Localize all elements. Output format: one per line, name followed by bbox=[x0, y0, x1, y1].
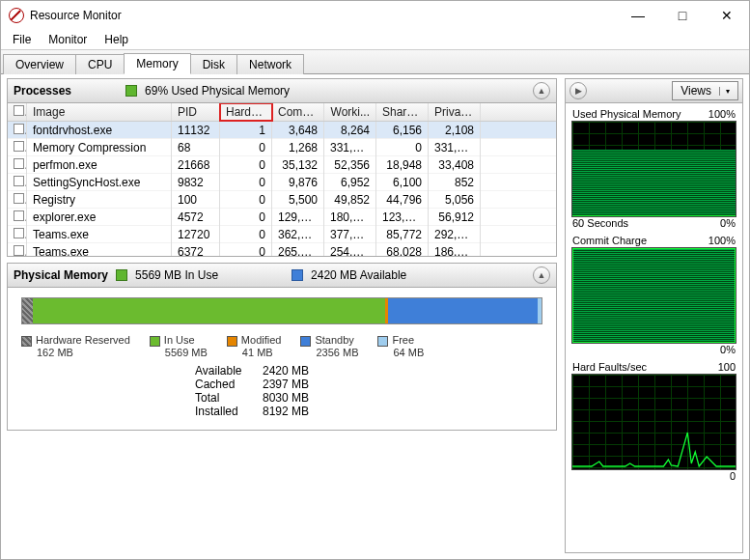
row-checkbox[interactable] bbox=[14, 245, 24, 256]
processes-thead: Image PID Hard F... Commi... Worki... Sh… bbox=[8, 103, 556, 122]
cell-private: 331,692 bbox=[429, 139, 481, 156]
cell-private: 186,692 bbox=[429, 243, 481, 257]
cell-share: 0 bbox=[376, 139, 429, 156]
cell-image: Registry bbox=[27, 191, 172, 209]
cell-working: 331,692 bbox=[324, 139, 376, 156]
chart-hard-faults: Hard Faults/sec100 0 bbox=[571, 360, 736, 485]
cell-commit: 9,876 bbox=[272, 174, 324, 191]
processes-collapse-icon[interactable]: ▲ bbox=[533, 82, 550, 99]
cell-working: 6,952 bbox=[324, 174, 376, 191]
cell-share: 18,948 bbox=[376, 156, 429, 174]
cell-share: 123,600 bbox=[376, 209, 429, 226]
col-commit[interactable]: Commi... bbox=[272, 103, 324, 121]
cell-pid: 4572 bbox=[172, 209, 220, 226]
cell-private: 2,108 bbox=[429, 122, 481, 139]
views-dropdown-icon[interactable]: ▾ bbox=[719, 87, 730, 96]
inuse-swatch bbox=[116, 269, 127, 281]
close-button[interactable]: ✕ bbox=[705, 1, 749, 30]
row-checkbox[interactable] bbox=[14, 141, 24, 152]
tab-memory[interactable]: Memory bbox=[124, 53, 190, 74]
menu-monitor[interactable]: Monitor bbox=[41, 31, 95, 48]
table-row[interactable]: fontdrvhost.exe1113213,6488,2646,1562,10… bbox=[8, 122, 556, 139]
tab-network[interactable]: Network bbox=[236, 54, 304, 74]
cell-pid: 100 bbox=[172, 191, 220, 209]
processes-title: Processes bbox=[14, 84, 71, 98]
menu-file[interactable]: File bbox=[5, 31, 39, 48]
col-hard-faults[interactable]: Hard F... bbox=[220, 103, 272, 121]
col-working[interactable]: Worki... bbox=[324, 103, 376, 121]
legend-standby: Standby 2356 MB bbox=[300, 334, 358, 358]
cell-share: 6,156 bbox=[376, 122, 429, 139]
segment-in-use bbox=[33, 298, 386, 323]
physical-memory-collapse-icon[interactable]: ▲ bbox=[533, 266, 550, 284]
row-checkbox[interactable] bbox=[14, 124, 24, 134]
cell-commit: 35,132 bbox=[272, 156, 324, 174]
row-checkbox[interactable] bbox=[14, 193, 24, 204]
cell-working: 254,720 bbox=[324, 243, 376, 257]
used-memory-label: 69% Used Physical Memory bbox=[145, 84, 290, 98]
processes-table: Image PID Hard F... Commi... Worki... Sh… bbox=[7, 103, 557, 257]
select-all-checkbox[interactable] bbox=[14, 105, 24, 116]
row-checkbox[interactable] bbox=[14, 210, 24, 221]
window-title: Resource Monitor bbox=[30, 9, 616, 22]
table-row[interactable]: Registry10005,50049,85244,7965,056 bbox=[8, 191, 556, 209]
views-label: Views bbox=[681, 84, 711, 98]
processes-tbody[interactable]: fontdrvhost.exe1113213,6488,2646,1562,10… bbox=[8, 122, 556, 256]
available-swatch bbox=[292, 269, 303, 281]
cell-commit: 1,268 bbox=[272, 139, 324, 156]
cell-working: 52,356 bbox=[324, 156, 376, 174]
cell-commit: 3,648 bbox=[272, 122, 324, 139]
cell-share: 85,772 bbox=[376, 226, 429, 243]
minimize-button[interactable]: — bbox=[616, 1, 660, 30]
col-pid[interactable]: PID bbox=[172, 103, 220, 121]
legend-row: Hardware Reserved 162 MB In Use 5569 MB … bbox=[21, 334, 542, 358]
col-private[interactable]: Private ... bbox=[429, 103, 481, 121]
processes-header[interactable]: Processes 69% Used Physical Memory ▲ bbox=[7, 78, 557, 103]
cell-image: explorer.exe bbox=[27, 209, 172, 226]
table-row[interactable]: Teams.exe127200362,532377,81285,772292,0… bbox=[8, 226, 556, 243]
memory-summary: Available2420 MB Cached 2397 MB Total 80… bbox=[195, 364, 542, 418]
table-row[interactable]: SettingSyncHost.exe983209,8766,9526,1008… bbox=[8, 174, 556, 191]
cell-private: 33,408 bbox=[429, 156, 481, 174]
tab-disk[interactable]: Disk bbox=[190, 54, 237, 74]
table-row[interactable]: Teams.exe63720265,284254,72068,028186,69… bbox=[8, 243, 556, 256]
row-checkbox[interactable] bbox=[14, 228, 24, 238]
row-checkbox[interactable] bbox=[14, 176, 24, 186]
chart-used-physical-memory: Used Physical Memory100% 60 Seconds0% bbox=[571, 107, 736, 232]
resource-monitor-window: Resource Monitor — □ ✕ File Monitor Help… bbox=[0, 0, 750, 560]
tab-cpu[interactable]: CPU bbox=[75, 54, 125, 74]
cell-pid: 11132 bbox=[172, 122, 220, 139]
row-checkbox[interactable] bbox=[14, 158, 24, 169]
cell-share: 6,100 bbox=[376, 174, 429, 191]
col-check[interactable] bbox=[8, 103, 27, 121]
used-memory-swatch bbox=[125, 85, 137, 97]
charts-container: Used Physical Memory100% 60 Seconds0% Co… bbox=[565, 103, 743, 553]
table-row[interactable]: Memory Compression6801,268331,6920331,69… bbox=[8, 139, 556, 156]
cell-image: perfmon.exe bbox=[27, 156, 172, 174]
menu-help[interactable]: Help bbox=[97, 31, 136, 48]
cell-commit: 5,500 bbox=[272, 191, 324, 209]
physical-memory-title: Physical Memory bbox=[14, 268, 108, 282]
col-image[interactable]: Image bbox=[27, 103, 172, 121]
cell-share: 68,028 bbox=[376, 243, 429, 257]
legend-hardware: Hardware Reserved 162 MB bbox=[21, 334, 130, 358]
cell-pid: 21668 bbox=[172, 156, 220, 174]
cell-pid: 6372 bbox=[172, 243, 220, 257]
views-button[interactable]: Views ▾ bbox=[672, 81, 738, 100]
cell-commit: 265,284 bbox=[272, 243, 324, 257]
legend-free: Free 64 MB bbox=[377, 334, 424, 358]
cell-working: 8,264 bbox=[324, 122, 376, 139]
tab-overview[interactable]: Overview bbox=[3, 54, 76, 74]
segment-free bbox=[538, 298, 542, 323]
col-shareable[interactable]: Sharea... bbox=[376, 103, 429, 121]
cell-private: 852 bbox=[429, 174, 481, 191]
cell-image: Teams.exe bbox=[27, 226, 172, 243]
table-row[interactable]: perfmon.exe21668035,13252,35618,94833,40… bbox=[8, 156, 556, 174]
maximize-button[interactable]: □ bbox=[660, 1, 705, 30]
legend-modified: Modified 41 MB bbox=[227, 334, 282, 358]
physical-memory-header[interactable]: Physical Memory 5569 MB In Use 2420 MB A… bbox=[7, 263, 557, 288]
physical-memory-panel: Physical Memory 5569 MB In Use 2420 MB A… bbox=[7, 263, 557, 431]
right-expand-icon[interactable]: ▶ bbox=[569, 82, 587, 99]
table-row[interactable]: explorer.exe45720129,496180,512123,60056… bbox=[8, 209, 556, 226]
cell-share: 44,796 bbox=[376, 191, 429, 209]
